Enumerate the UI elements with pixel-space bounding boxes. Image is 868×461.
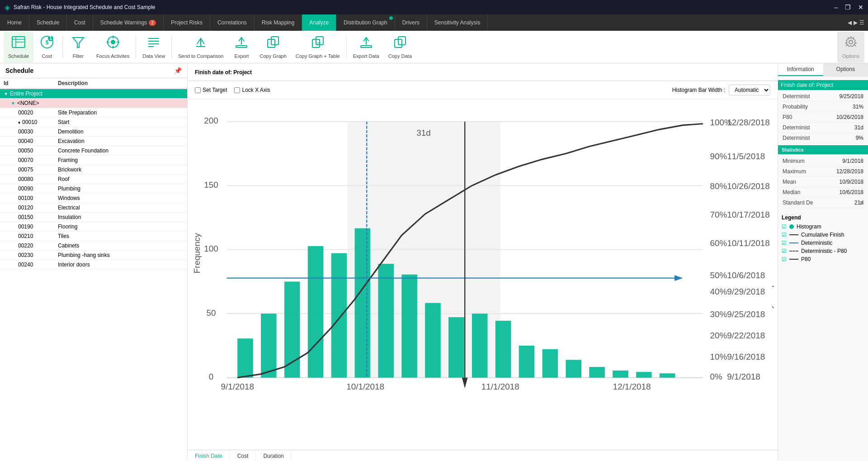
schedule-row-00050[interactable]: 00050 Concrete Foundation (0, 146, 187, 156)
tab-cost-bottom[interactable]: Cost (230, 450, 256, 461)
info-row-determinist-3: Determinist 9% (782, 133, 864, 143)
schedule-row-00210[interactable]: 00210 Tiles (0, 232, 187, 241)
right-panel: Information Options Finish date of: Proj… (778, 63, 868, 461)
toolbar-copy-data[interactable]: Copy Data (384, 32, 416, 62)
toolbar-focus-activities[interactable]: Focus Activites (92, 32, 134, 62)
legend-check-p80[interactable]: ☑ (782, 256, 787, 262)
right-panel-tabs: Information Options (778, 63, 868, 76)
histogram-width-select[interactable]: Automatic 5d 10d 15d (729, 85, 770, 95)
x-label-sep2018: 9/1/2018 (221, 382, 254, 391)
maximize-button[interactable]: ❐ (845, 4, 851, 11)
send-to-comparison-toolbar-icon (193, 35, 208, 52)
distribution-graph-dot (389, 16, 393, 20)
chart-wrapper: 200 150 100 50 0 Frequency 9/1/2018 10/ (188, 100, 778, 450)
bar-19 (660, 373, 675, 377)
tab-project-risks[interactable]: Project Risks (164, 14, 210, 31)
schedule-row-00080[interactable]: 00080 Roof (0, 175, 187, 184)
schedule-row-00020[interactable]: 00020 Site Preparation (0, 108, 187, 118)
p80-arrow (675, 275, 683, 281)
lock-x-axis-checkbox[interactable]: Lock X Axis (234, 87, 270, 93)
focus-activities-toolbar-icon (106, 35, 120, 52)
schedule-row-00100[interactable]: 00100 Windows (0, 194, 187, 203)
schedule-row-00010[interactable]: ♦ 00010 Start (0, 118, 187, 127)
legend-check-deterministic[interactable]: ☑ (782, 240, 787, 246)
toolbar-sep-2 (136, 36, 136, 58)
id-cell-00150: 00150 (4, 214, 58, 220)
set-target-checkbox[interactable]: Set Target (195, 87, 227, 93)
tab-home[interactable]: Home (0, 14, 29, 31)
toolbar-schedule[interactable]: Schedule (4, 32, 33, 62)
tab-distribution-graph[interactable]: Distribution Graph (336, 14, 395, 31)
toolbar-filter[interactable]: Filter (65, 32, 92, 62)
pct-90: 90% (710, 152, 727, 161)
date-30: 9/25/2018 (727, 309, 765, 319)
lock-x-axis-input[interactable] (234, 87, 240, 93)
rp-tab-information[interactable]: Information (778, 63, 823, 76)
rp-tab-options[interactable]: Options (823, 63, 868, 76)
tab-schedule-warnings[interactable]: Schedule Warnings 2 (93, 14, 164, 31)
bottom-tabs: Finish Date Cost Duration (188, 450, 778, 461)
id-label-00150: 00150 (18, 214, 33, 220)
tab-drivers[interactable]: Drivers (395, 14, 427, 31)
svg-point-33 (849, 40, 853, 44)
close-button[interactable]: ✕ (858, 4, 863, 11)
info-row-std-dev: Standard De 21d ▶ (782, 198, 864, 208)
pct-70: 70% (710, 210, 727, 219)
legend-label-histogram: Histogram (797, 223, 821, 230)
id-label-00210: 00210 (18, 233, 33, 239)
legend-check-histogram[interactable]: ☑ (782, 223, 787, 230)
tab-correlations[interactable]: Correlations (210, 14, 255, 31)
schedule-row-00220[interactable]: 00220 Cabinets (0, 241, 187, 251)
legend-check-deterministic-p80[interactable]: ☑ (782, 248, 787, 254)
sidebar-pin-icon[interactable]: 📌 (174, 67, 182, 74)
date-60: 10/11/2018 (727, 238, 769, 248)
toolbar-cost[interactable]: $1 Cost (33, 32, 61, 62)
info-label-std-dev: Standard De (783, 200, 813, 206)
toolbar-export[interactable]: Export (228, 32, 255, 62)
schedule-row-00090[interactable]: 00090 Plumbing (0, 184, 187, 194)
schedule-row-00030[interactable]: 00030 Demolition (0, 127, 187, 137)
schedule-row-none[interactable]: ▼ <NONE> (0, 99, 187, 108)
schedule-row-00075[interactable]: 00075 Brickwork (0, 165, 187, 175)
legend-line-det-p80 (789, 251, 798, 252)
toolbar-options[interactable]: Options (837, 32, 864, 62)
schedule-row-00070[interactable]: 00070 Framing (0, 156, 187, 165)
toolbar-copy-graph-table[interactable]: Copy Graph + Table (291, 32, 344, 62)
nav-left-icon[interactable]: ◀ (848, 19, 852, 26)
legend-check-cumulative[interactable]: ☑ (782, 232, 787, 238)
schedule-row-00120[interactable]: 00120 Electrical (0, 203, 187, 213)
nav-right-icon[interactable]: ▶ (854, 19, 858, 26)
tab-sensitivity-analysis[interactable]: Sensitivity Analysis (427, 14, 488, 31)
schedule-row-00230[interactable]: 00230 Plumbing -hang sinks (0, 251, 187, 260)
options-toolbar-icon (844, 35, 858, 52)
cost-toolbar-label: Cost (42, 53, 52, 59)
schedule-row-00240[interactable]: 00240 Interior doors (0, 260, 187, 270)
tab-duration[interactable]: Duration (256, 450, 291, 461)
bar-16 (589, 367, 605, 378)
tab-schedule[interactable]: Schedule (29, 14, 67, 31)
info-label-determinist-1: Determinist (783, 93, 810, 100)
toolbar-copy-graph[interactable]: Copy Graph (255, 32, 291, 62)
x-label-dec2018: 12/1/2018 (613, 382, 651, 391)
id-label-00090: 00090 (18, 185, 33, 192)
tab-analyze[interactable]: Analyze (302, 14, 336, 31)
schedule-row-00190[interactable]: 00190 Flooring (0, 222, 187, 232)
nav-menu-icon[interactable]: ☰ (859, 19, 864, 26)
minimize-button[interactable]: – (834, 4, 838, 11)
schedule-row-00040[interactable]: 00040 Excavation (0, 137, 187, 146)
set-target-input[interactable] (195, 87, 201, 93)
content-area: Finish date of: Project Set Target Lock … (188, 63, 778, 461)
schedule-scroll[interactable]: ▼ Entire Project ▼ <NONE> 00020 (0, 89, 187, 461)
tab-cost[interactable]: Cost (67, 14, 93, 31)
toolbar-send-to-comparison[interactable]: Send to Comparison (174, 32, 228, 62)
tab-risk-mapping[interactable]: Risk Mapping (255, 14, 302, 31)
lock-x-axis-label: Lock X Axis (242, 87, 270, 93)
id-cell-00100: 00100 (4, 195, 58, 201)
std-dev-expand-icon[interactable]: ▶ (860, 200, 864, 206)
legend-item-p80: ☑ P80 (782, 256, 864, 262)
tab-finish-date[interactable]: Finish Date (188, 450, 230, 461)
schedule-row-00150[interactable]: 00150 Insulation (0, 213, 187, 222)
schedule-row-entire-project[interactable]: ▼ Entire Project (0, 89, 187, 99)
toolbar-export-data[interactable]: Export Data (349, 32, 384, 62)
toolbar-data-view[interactable]: Data View (138, 32, 170, 62)
